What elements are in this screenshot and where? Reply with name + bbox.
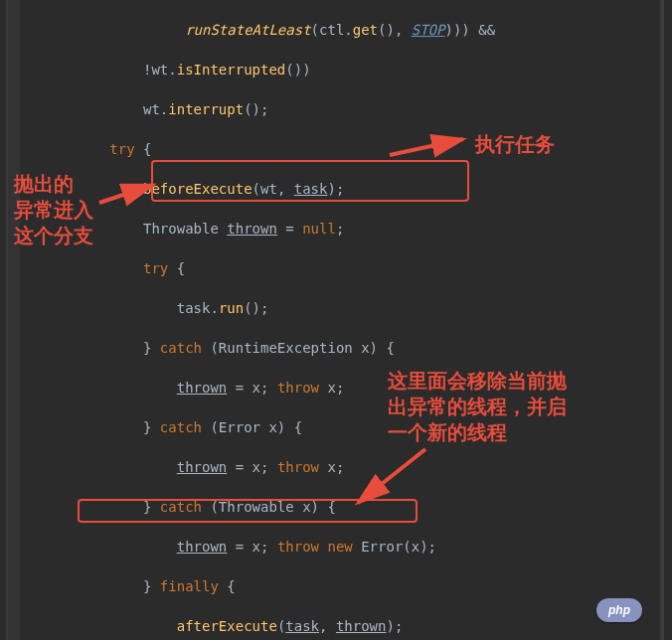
code-line: runStateAtLeast(ctl.get(), STOP))) && (26, 20, 660, 40)
code-line: thrown = x; throw x; (26, 457, 660, 477)
code-line: Throwable thrown = null; (26, 219, 660, 239)
code-line: thrown = x; throw x; (26, 378, 660, 398)
code-line: } finally { (26, 576, 660, 596)
code-line: try { (26, 258, 660, 278)
code-line: beforeExecute(wt, task); (26, 179, 660, 199)
code-line: } catch (RuntimeException x) { (26, 338, 660, 358)
code-line: } catch (Throwable x) { (26, 497, 660, 517)
code-line: } catch (Error x) { (26, 417, 660, 437)
code-editor[interactable]: runStateAtLeast(ctl.get(), STOP))) && !w… (6, 0, 662, 640)
php-badge: php (596, 598, 642, 622)
code-line: thrown = x; throw new Error(x); (26, 537, 660, 557)
code-line: !wt.isInterrupted()) (26, 60, 660, 80)
code-line: task.run(); (26, 298, 660, 318)
code-line: wt.interrupt(); (26, 99, 660, 119)
code-line: afterExecute(task, thrown); (26, 616, 660, 636)
code-line: try { (26, 139, 660, 159)
